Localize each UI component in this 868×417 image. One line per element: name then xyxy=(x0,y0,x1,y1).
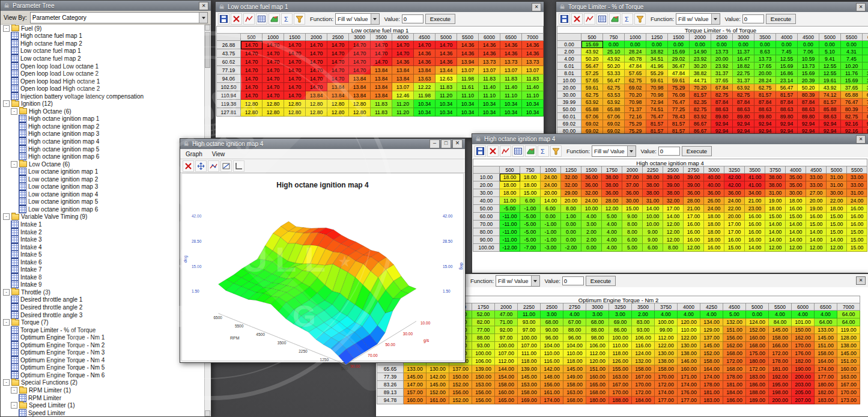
table-cell[interactable]: 92.00 xyxy=(495,326,518,334)
table-cell[interactable]: 43.92 xyxy=(603,55,625,62)
table-cell[interactable]: 42.00 xyxy=(724,181,745,189)
table-cell[interactable]: 112.00 xyxy=(495,358,518,365)
table-cell[interactable]: 167.00 xyxy=(837,381,860,389)
table-cell[interactable]: 56.47 xyxy=(581,62,603,70)
tree-folder[interactable]: -Variable Valve Timing (9) xyxy=(1,213,205,221)
table-cell[interactable]: 5.00 xyxy=(622,244,643,252)
column-header[interactable]: 500 xyxy=(581,34,603,41)
table-cell[interactable]: 12.80 xyxy=(241,100,263,108)
table-cell[interactable]: 16.00 xyxy=(745,221,765,228)
table-cell[interactable]: -3.00 xyxy=(541,244,561,252)
table-cell[interactable]: 14.36 xyxy=(457,41,479,49)
column-header[interactable]: 3250 xyxy=(724,166,745,174)
table-cell[interactable]: 9.02 xyxy=(863,62,868,70)
table-cell[interactable]: 64.00 xyxy=(815,318,837,326)
tree-item[interactable]: Intake 4 xyxy=(1,243,205,251)
function-select[interactable]: Fill w/ Value xyxy=(592,145,636,157)
table-cell[interactable]: 170.00 xyxy=(609,389,632,397)
table-cell[interactable]: 168.00 xyxy=(563,397,586,404)
table-cell[interactable]: 158.00 xyxy=(700,358,723,365)
table-cell[interactable]: 16.00 xyxy=(847,213,867,221)
tree-folder[interactable]: -Special Functions (2) xyxy=(1,379,205,387)
table-cell[interactable]: 28.24 xyxy=(625,48,646,55)
row-header[interactable]: 39.99 xyxy=(557,99,581,106)
table-cell[interactable]: 13.73 xyxy=(479,58,500,66)
table-cell[interactable]: 14.70 xyxy=(436,41,457,49)
tree-item[interactable]: Low octane fuel map 1 xyxy=(1,47,205,55)
table-cell[interactable]: 156.00 xyxy=(541,381,563,389)
table-cell[interactable]: 152.00 xyxy=(449,397,472,404)
table-cell[interactable]: 16.00 xyxy=(704,244,724,252)
table-cell[interactable]: 16.00 xyxy=(684,228,704,236)
table-cell[interactable]: 167.00 xyxy=(632,373,655,381)
table-cell[interactable]: 81.57 xyxy=(690,91,711,99)
table-cell[interactable]: -11.00 xyxy=(500,236,520,244)
table-cell[interactable]: 177.00 xyxy=(655,397,678,404)
table-cell[interactable]: 14.70 xyxy=(241,83,263,91)
table-cell[interactable]: 168.00 xyxy=(746,342,769,350)
table-cell[interactable]: 167.00 xyxy=(609,381,632,389)
sum-icon[interactable]: Σ xyxy=(281,13,293,25)
table-cell[interactable]: 70.20 xyxy=(690,84,711,91)
table-cell[interactable]: 0.00 xyxy=(581,244,602,252)
gradient-icon[interactable] xyxy=(220,160,232,172)
table-cell[interactable]: 13.73 xyxy=(522,58,544,66)
table-cell[interactable]: 107.00 xyxy=(518,342,541,350)
column-header[interactable]: 2000 xyxy=(690,34,711,41)
table-cell[interactable]: 31.37 xyxy=(733,77,754,84)
table-cell[interactable]: -5.00 xyxy=(520,221,541,228)
table-cell[interactable]: 152.00 xyxy=(746,326,769,334)
tree-item[interactable]: Intake 3 xyxy=(1,236,205,243)
table-cell[interactable]: 6.00 xyxy=(643,244,663,252)
table-cell[interactable]: 59.61 xyxy=(581,84,603,91)
table-cell[interactable]: 50.20 xyxy=(603,62,625,70)
table-cell[interactable]: 69.02 xyxy=(581,120,603,127)
tree-folder[interactable]: -Low Octane (6) xyxy=(1,160,205,168)
table-cell[interactable]: 57.65 xyxy=(581,77,603,84)
table-cell[interactable]: 15.00 xyxy=(806,221,827,228)
table-cell[interactable]: 132.00 xyxy=(723,318,746,326)
table-cell[interactable]: 13.84 xyxy=(371,75,392,83)
table-cell[interactable]: -11.00 xyxy=(500,213,520,221)
row-header[interactable]: 77.39 xyxy=(377,373,404,381)
table-cell[interactable]: 0.00 xyxy=(798,41,819,48)
table-cell[interactable]: 13.84 xyxy=(349,91,371,100)
table-cell[interactable]: 12.00 xyxy=(663,221,684,228)
table-cell[interactable]: 145.00 xyxy=(518,373,541,381)
column-header[interactable]: 3000 xyxy=(704,166,724,174)
table-cell[interactable]: 13.94 xyxy=(457,58,479,66)
table-cell[interactable]: 100.00 xyxy=(609,334,632,342)
table-cell[interactable]: 82.75 xyxy=(733,91,754,99)
tree-item[interactable]: High octane fuel map 1 xyxy=(1,32,205,40)
table-cell[interactable]: 38.00 xyxy=(643,174,663,181)
table-cell[interactable]: 24.00 xyxy=(724,197,745,205)
table-cell[interactable]: 14.70 xyxy=(241,49,263,58)
value-input[interactable] xyxy=(742,14,764,23)
table-cell[interactable]: 4.00 xyxy=(700,311,723,318)
table-cell[interactable]: 36.47 xyxy=(668,62,690,70)
table-cell[interactable]: 22.00 xyxy=(724,205,745,213)
table-cell[interactable]: 83.00 xyxy=(632,318,655,326)
table-cell[interactable]: 0.00 xyxy=(625,41,646,48)
table-cell[interactable]: 14.70 xyxy=(306,83,327,91)
table-cell[interactable]: 168.00 xyxy=(723,365,746,373)
column-header[interactable]: 4500 xyxy=(723,303,746,311)
table-cell[interactable]: 14.70 xyxy=(263,91,284,100)
table-cell[interactable]: 16.00 xyxy=(745,228,765,236)
window-titlebar[interactable]: Torque Limiter - % of Torque xyxy=(556,2,868,12)
row-header[interactable]: 30.00 xyxy=(473,189,500,197)
table-cell[interactable]: 13.84 xyxy=(392,75,414,83)
table-cell[interactable]: 174.00 xyxy=(655,389,678,397)
table-cell[interactable]: 74.12 xyxy=(819,91,841,99)
table-cell[interactable]: 11.40 xyxy=(522,83,544,91)
table-cell[interactable]: 38.00 xyxy=(602,174,622,181)
table-cell[interactable]: 14.36 xyxy=(500,49,522,58)
column-header[interactable]: 1500 xyxy=(668,34,690,41)
table-cell[interactable]: -1.00 xyxy=(541,236,561,244)
table-cell[interactable]: 138.00 xyxy=(655,358,678,365)
table-cell[interactable]: 100.00 xyxy=(472,350,495,358)
table-cell[interactable]: 170.00 xyxy=(792,342,815,350)
row-header[interactable]: 77.19 xyxy=(217,66,241,75)
column-header[interactable]: 5500 xyxy=(841,34,863,41)
table-cell[interactable]: 170.00 xyxy=(655,373,678,381)
